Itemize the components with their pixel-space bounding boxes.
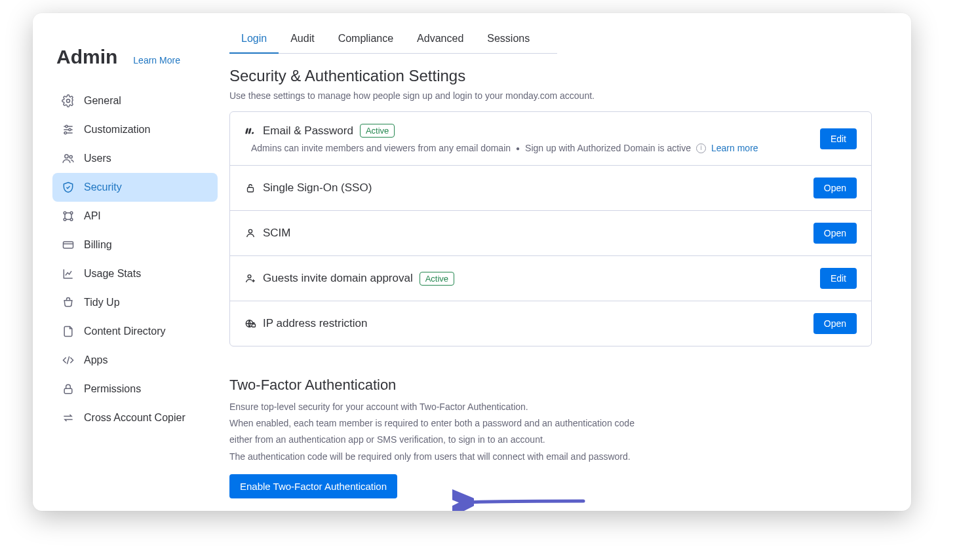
open-button[interactable]: Open bbox=[813, 177, 857, 198]
tab-login[interactable]: Login bbox=[229, 26, 279, 54]
admin-page-frame: Admin Learn More General Customization bbox=[33, 13, 911, 511]
sidebar-item-usage-stats[interactable]: Usage Stats bbox=[52, 259, 218, 288]
setting-desc-text: Sign up with Authorized Domain is active bbox=[525, 143, 691, 153]
setting-guests-invite: Guests invite domain approval Active Edi… bbox=[230, 255, 871, 301]
setting-name: SCIM bbox=[263, 227, 291, 240]
sidebar-nav: General Customization Users Security bbox=[52, 86, 218, 432]
svg-rect-19 bbox=[248, 187, 254, 192]
sidebar-item-label: Permissions bbox=[84, 383, 141, 395]
tfa-text-line: Ensure top-level security for your accou… bbox=[229, 399, 636, 415]
chart-icon bbox=[62, 267, 75, 280]
shield-icon bbox=[62, 181, 75, 194]
open-button[interactable]: Open bbox=[813, 223, 857, 244]
broom-icon bbox=[62, 296, 75, 309]
person-plus-icon bbox=[245, 272, 256, 284]
separator-dot: ● bbox=[516, 145, 520, 152]
card-icon bbox=[62, 238, 75, 252]
setting-scim: SCIM Open bbox=[230, 210, 871, 255]
settings-panel: Email & Password Active Admins can invit… bbox=[229, 111, 872, 346]
svg-point-4 bbox=[69, 128, 71, 130]
sidebar-item-billing[interactable]: Billing bbox=[52, 231, 218, 259]
sidebar: Admin Learn More General Customization bbox=[33, 13, 229, 511]
sidebar-item-label: Security bbox=[84, 181, 122, 193]
edit-button[interactable]: Edit bbox=[820, 268, 857, 289]
code-icon bbox=[62, 354, 75, 367]
svg-point-6 bbox=[64, 132, 66, 134]
svg-point-10 bbox=[70, 212, 73, 214]
sidebar-item-cross-account-copier[interactable]: Cross Account Copier bbox=[52, 403, 218, 432]
svg-point-8 bbox=[69, 155, 72, 158]
sidebar-item-security[interactable]: Security bbox=[52, 173, 218, 202]
users-icon bbox=[62, 152, 75, 165]
sidebar-item-customization[interactable]: Customization bbox=[52, 115, 218, 144]
tab-sessions[interactable]: Sessions bbox=[475, 26, 541, 54]
svg-point-2 bbox=[66, 125, 68, 127]
sidebar-header: Admin Learn More bbox=[52, 46, 218, 68]
svg-point-18 bbox=[252, 132, 254, 134]
main-content: Login Audit Compliance Advanced Sessions… bbox=[229, 13, 911, 511]
svg-rect-23 bbox=[252, 324, 255, 327]
tfa-title: Two-Factor Authentication bbox=[229, 377, 872, 394]
sidebar-item-label: Content Directory bbox=[84, 326, 166, 337]
svg-point-7 bbox=[65, 155, 68, 158]
setting-description: Admins can invite members and viewers fr… bbox=[245, 143, 758, 153]
setting-name: Guests invite domain approval bbox=[263, 272, 413, 285]
svg-point-0 bbox=[67, 100, 70, 103]
setting-email-password: Email & Password Active Admins can invit… bbox=[230, 112, 871, 165]
sidebar-item-label: Cross Account Copier bbox=[84, 412, 186, 424]
svg-rect-16 bbox=[245, 128, 248, 134]
tab-compliance[interactable]: Compliance bbox=[326, 26, 405, 54]
sidebar-item-general[interactable]: General bbox=[52, 86, 218, 115]
sidebar-item-label: Customization bbox=[84, 124, 150, 136]
svg-rect-15 bbox=[64, 388, 72, 394]
tab-audit[interactable]: Audit bbox=[279, 26, 326, 54]
setting-name: IP address restriction bbox=[263, 317, 367, 330]
section-subtitle: Use these settings to manage how people … bbox=[229, 90, 889, 101]
svg-rect-13 bbox=[64, 242, 73, 248]
setting-sso: Single Sign-On (SSO) Open bbox=[230, 165, 871, 210]
sidebar-item-label: Apps bbox=[84, 354, 108, 366]
svg-point-9 bbox=[64, 212, 66, 214]
sidebar-title: Admin bbox=[56, 46, 117, 68]
sidebar-learn-more-link[interactable]: Learn More bbox=[133, 55, 180, 65]
sidebar-item-content-directory[interactable]: Content Directory bbox=[52, 317, 218, 346]
gear-icon bbox=[62, 94, 75, 107]
sidebar-item-label: Tidy Up bbox=[84, 297, 120, 308]
setting-desc-text: Admins can invite members and viewers fr… bbox=[251, 143, 511, 153]
sidebar-item-api[interactable]: API bbox=[52, 202, 218, 231]
tfa-description: Ensure top-level security for your accou… bbox=[229, 399, 636, 465]
api-icon bbox=[62, 210, 75, 223]
sidebar-item-permissions[interactable]: Permissions bbox=[52, 375, 218, 403]
tfa-text-line: The authentication code will be required… bbox=[229, 449, 636, 465]
status-badge-active: Active bbox=[360, 124, 395, 138]
sidebar-item-label: Usage Stats bbox=[84, 268, 141, 280]
setting-name: Email & Password bbox=[263, 124, 353, 138]
sidebar-item-label: Users bbox=[84, 153, 111, 164]
enable-two-factor-button[interactable]: Enable Two-Factor Authentication bbox=[229, 474, 397, 498]
sidebar-item-tidy-up[interactable]: Tidy Up bbox=[52, 288, 218, 317]
tfa-text-line: When enabled, each team member is requir… bbox=[229, 415, 636, 448]
sidebar-item-apps[interactable]: Apps bbox=[52, 346, 218, 375]
monday-logo-icon bbox=[245, 125, 256, 137]
setting-name: Single Sign-On (SSO) bbox=[263, 181, 372, 195]
two-factor-section: Two-Factor Authentication Ensure top-lev… bbox=[229, 377, 872, 498]
setting-ip-restriction: IP address restriction Open bbox=[230, 301, 871, 346]
open-button[interactable]: Open bbox=[813, 313, 857, 334]
lock-icon bbox=[62, 383, 75, 396]
svg-rect-17 bbox=[248, 128, 251, 134]
info-icon[interactable]: i bbox=[696, 143, 706, 153]
sidebar-item-label: General bbox=[84, 95, 121, 107]
svg-point-11 bbox=[64, 218, 66, 221]
tab-advanced[interactable]: Advanced bbox=[405, 26, 475, 54]
learn-more-link[interactable]: Learn more bbox=[711, 143, 758, 153]
svg-point-12 bbox=[70, 218, 73, 221]
sidebar-item-users[interactable]: Users bbox=[52, 144, 218, 173]
doc-icon bbox=[62, 325, 75, 338]
globe-lock-icon bbox=[245, 318, 256, 329]
edit-button[interactable]: Edit bbox=[820, 128, 857, 149]
sidebar-item-label: Billing bbox=[84, 239, 112, 251]
svg-point-20 bbox=[248, 229, 252, 233]
tabs: Login Audit Compliance Advanced Sessions bbox=[229, 26, 557, 54]
lock-open-icon bbox=[245, 182, 256, 194]
swap-icon bbox=[62, 411, 75, 424]
